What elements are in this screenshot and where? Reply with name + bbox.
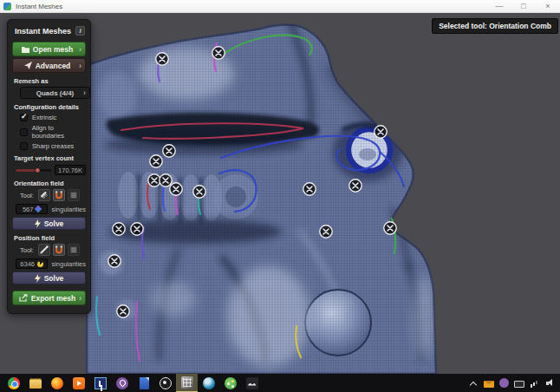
export-mesh-button[interactable]: Export mesh [12,291,86,305]
singularities-label: singularities [51,260,86,268]
position-brush-tool-button[interactable] [38,244,50,256]
magnet-icon [54,190,64,200]
singularity-marker[interactable] [156,53,168,65]
lightning-icon [35,219,41,228]
orientation-attractor-tool-button[interactable] [53,189,65,201]
position-singularity-count: 6346 [20,260,35,268]
l-app-icon [94,377,107,389]
vertex-count-slider[interactable] [16,169,51,172]
singularity-marker[interactable] [170,183,182,195]
firefox-icon [51,377,63,389]
share-icon [225,377,237,389]
window-titlebar: Instant Meshes — □ × [0,0,560,13]
desktop: Instant Meshes — □ × [0,0,560,392]
remesh-dropdown[interactable]: Quads (4/4) [20,87,90,99]
window-title: Instant Meshes [16,3,62,10]
remesh-value: Quads (4/4) [36,89,75,97]
close-button[interactable]: × [536,0,560,12]
singularity-marker[interactable] [148,174,160,186]
singularity-marker[interactable] [374,126,387,138]
brush-icon [39,245,49,255]
solve-label: Solve [44,219,64,228]
plane-icon [24,62,32,69]
singularity-marker[interactable] [163,145,175,157]
singularity-marker[interactable] [117,305,129,317]
scraper-icon [68,190,79,200]
tool-label: Tool: [20,192,34,199]
position-attractor-tool-button[interactable] [53,244,65,256]
singularity-marker[interactable] [303,183,316,195]
mesh-viewport[interactable]: Selected tool: Orientation Comb Instant … [0,13,560,374]
app-icon [3,3,11,10]
modeling-app-icon [246,377,258,389]
file-explorer-taskbar-icon[interactable] [24,374,46,392]
viber-taskbar-icon[interactable] [111,374,133,392]
media-player-taskbar-icon[interactable] [68,374,89,392]
photoshop-taskbar-icon[interactable] [198,374,219,392]
singularity-marker[interactable] [113,223,125,235]
l-app-taskbar-icon[interactable] [89,374,111,392]
position-field-label: Position field [14,234,86,242]
maximize-button[interactable]: □ [511,0,536,12]
advanced-button[interactable]: Advanced [12,58,86,73]
checkbox-sharp-creases[interactable]: Sharp creases [20,142,86,150]
checkbox-icon [20,128,28,136]
chrome-taskbar-icon[interactable] [3,374,24,392]
share-taskbar-icon[interactable] [219,374,241,392]
modeling-app-taskbar-icon[interactable] [241,374,263,392]
checkbox-label: Align to boundaries [32,124,86,140]
checkbox-icon [20,114,28,121]
scraper-icon [68,245,79,255]
vertex-count-field[interactable]: 170.76K [55,165,86,175]
firefox-taskbar-icon[interactable] [46,374,68,392]
minimize-button[interactable]: — [487,0,511,12]
configuration-details-label: Configuration details [14,103,86,111]
target-vertex-count-label: Target vertex count [14,154,86,162]
file-explorer-icon [29,380,42,389]
singularity-marker[interactable] [131,223,143,235]
orientation-scraper-tool-button[interactable] [68,189,80,201]
volume-tray-icon[interactable] [545,378,556,389]
network-tray-icon[interactable] [530,378,540,389]
orientation-solve-button[interactable]: Solve [12,217,86,230]
checkbox-align-to-boundaries[interactable]: Align to boundaries [20,124,86,140]
singularities-label: singularities [51,206,86,213]
singularity-marker[interactable] [193,186,205,198]
position-singularities-field[interactable]: 6346 [16,258,48,269]
keyboard-tray-icon[interactable] [514,381,524,388]
singularity-marker[interactable] [150,155,162,167]
singularity-marker[interactable] [384,222,396,234]
checkbox-extrinsic[interactable]: Extrinsic [20,114,86,121]
record-icon [160,377,172,389]
checkbox-label: Sharp creases [32,142,74,150]
singularity-marker[interactable] [212,47,225,59]
selected-tool-tooltip: Selected tool: Orientation Comb [432,18,558,34]
slider-knob[interactable] [35,167,41,173]
export-mesh-label: Export mesh [31,294,76,303]
singularity-marker[interactable] [108,255,120,267]
taskbar-apps [0,374,263,392]
checkbox-label: Extrinsic [32,114,56,121]
windows-taskbar [0,374,560,392]
orientation-comb-tool-button[interactable] [38,189,50,201]
document-blue-icon [140,377,149,389]
instant-meshes-taskbar-icon[interactable] [176,374,198,392]
photoshop-icon [203,377,215,389]
mail-tray-icon[interactable] [484,381,494,388]
record-taskbar-icon[interactable] [154,374,176,392]
singularity-marker[interactable] [349,180,361,192]
viber-dot-tray-icon[interactable] [499,378,509,388]
expand-tray-icon[interactable] [468,378,479,389]
singularity-marker[interactable] [160,174,172,186]
open-mesh-button[interactable]: Open mesh [12,42,86,56]
document-blue-taskbar-icon[interactable] [133,374,154,392]
singularity-marker[interactable] [320,225,332,238]
control-panel: Instant Meshes i Open mesh Advanced Reme… [7,19,91,314]
position-solve-button[interactable]: Solve [12,271,86,284]
position-scraper-tool-button[interactable] [68,244,80,256]
comb-icon [39,190,49,200]
lightning-icon [35,274,41,283]
remesh-as-label: Remesh as [14,77,86,85]
info-button[interactable]: i [75,26,85,36]
orientation-singularities-field[interactable]: 567 [16,204,48,214]
